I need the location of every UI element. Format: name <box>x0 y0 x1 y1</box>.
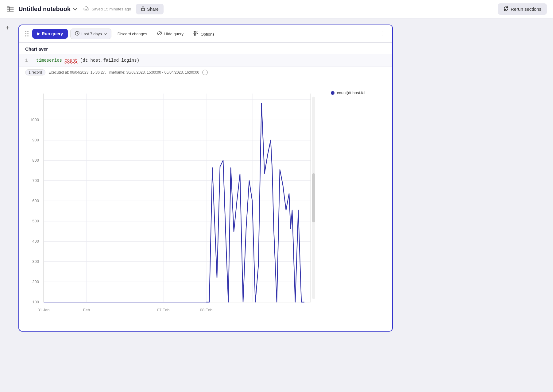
top-bar: Untitled notebook Saved 15 minutes ago S… <box>0 0 553 18</box>
svg-text:300: 300 <box>32 259 39 264</box>
notebook-title: Untitled notebook <box>18 6 71 13</box>
svg-text:Feb: Feb <box>83 308 90 312</box>
rerun-sections-button[interactable]: Rerun sections <box>498 3 547 15</box>
share-label: Share <box>147 7 158 12</box>
run-query-label: Run query <box>42 31 63 36</box>
svg-text:900: 900 <box>32 138 39 142</box>
query-function: count <box>64 58 77 63</box>
legend-item: count(dt.host.fai <box>331 90 386 95</box>
hide-query-label: Hide query <box>164 32 184 36</box>
chevron-down-icon <box>73 7 77 12</box>
notebook-cell: ▶ Run query Last 7 days Discard change <box>18 25 393 332</box>
info-icon[interactable]: i <box>202 70 208 75</box>
run-query-button[interactable]: ▶ Run query <box>32 29 68 39</box>
share-button[interactable]: Share <box>136 4 163 14</box>
chart-area: 100 200 300 400 500 600 700 800 900 1000… <box>19 78 392 331</box>
hide-query-icon <box>157 32 163 36</box>
svg-rect-46 <box>312 173 315 222</box>
query-editor: 1 timeseries count (dt.host.failed.login… <box>19 54 392 67</box>
timeframe-chevron-icon <box>104 32 107 36</box>
discard-changes-button[interactable]: Discard changes <box>114 29 151 38</box>
legend-color-dot <box>331 91 335 95</box>
svg-point-11 <box>196 33 197 34</box>
query-code[interactable]: timeseries count (dt.host.failed.logins) <box>36 58 139 63</box>
svg-text:700: 700 <box>32 178 39 183</box>
clock-icon <box>75 31 79 37</box>
chart-svg: 100 200 300 400 500 600 700 800 900 1000… <box>22 84 323 324</box>
record-badge: 1 record <box>25 69 45 75</box>
svg-rect-1 <box>7 9 14 10</box>
options-icon <box>193 32 199 37</box>
cloud-save-icon <box>83 6 90 12</box>
query-keyword: timeseries <box>36 58 62 63</box>
svg-point-12 <box>194 34 195 36</box>
lock-icon <box>141 6 145 12</box>
save-status-text: Saved 15 minutes ago <box>91 7 131 11</box>
options-label: Options <box>201 32 215 37</box>
svg-text:500: 500 <box>32 219 39 223</box>
execution-info: 1 record Executed at: 06/04/2023, 15:36:… <box>19 67 392 78</box>
chart-container: 100 200 300 400 500 600 700 800 900 1000… <box>22 84 325 325</box>
rerun-sections-label: Rerun sections <box>511 6 541 12</box>
save-status: Saved 15 minutes ago <box>83 6 131 12</box>
main-content: + ▶ Run query <box>0 18 553 338</box>
exec-details: Executed at: 06/04/2023, 15:36:27, Timef… <box>48 70 199 75</box>
timeframe-button[interactable]: Last 7 days <box>70 29 111 39</box>
svg-text:200: 200 <box>32 279 39 284</box>
svg-text:08 Feb: 08 Feb <box>200 308 212 312</box>
svg-text:31 Jan: 31 Jan <box>37 308 49 312</box>
chart-title: Chart aver <box>19 43 392 54</box>
legend-label: count(dt.host.fai <box>337 90 365 95</box>
add-cell-button[interactable]: + <box>3 23 12 33</box>
hide-query-button[interactable]: Hide query <box>153 29 188 38</box>
svg-text:600: 600 <box>32 198 39 203</box>
svg-text:400: 400 <box>32 239 39 244</box>
notebook-title-area[interactable]: Untitled notebook <box>18 6 77 13</box>
svg-rect-4 <box>141 8 145 11</box>
timeframe-label: Last 7 days <box>81 32 102 36</box>
line-number: 1 <box>25 58 31 63</box>
sidebar-toggle[interactable] <box>6 5 15 13</box>
svg-text:100: 100 <box>32 300 39 304</box>
play-icon: ▶ <box>37 32 40 36</box>
svg-point-10 <box>194 31 195 33</box>
rerun-icon <box>503 6 509 12</box>
cell-toolbar: ▶ Run query Last 7 days Discard change <box>19 25 392 43</box>
svg-line-6 <box>158 32 161 35</box>
more-options-button[interactable]: ⋮ <box>377 28 387 39</box>
chart-legend: count(dt.host.fai <box>331 84 386 325</box>
svg-text:1000: 1000 <box>30 117 39 122</box>
drag-handle[interactable] <box>24 30 30 38</box>
svg-text:07 Feb: 07 Feb <box>157 308 169 312</box>
query-argument: (dt.host.failed.logins) <box>80 58 139 63</box>
options-button[interactable]: Options <box>190 29 218 39</box>
svg-text:800: 800 <box>32 158 39 163</box>
